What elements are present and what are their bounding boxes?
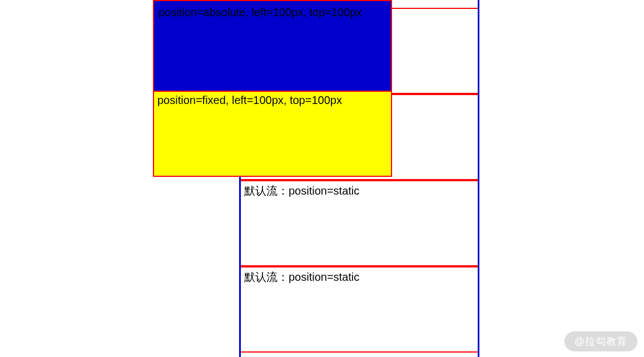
static-box-3: 默认流：position=static bbox=[241, 180, 478, 266]
absolute-box-label: position=absolute, left=100px, top=100px bbox=[158, 6, 361, 18]
static-box-4-label: 默认流：position=static bbox=[244, 271, 359, 283]
static-box-4: 默认流：position=static bbox=[241, 266, 478, 353]
fixed-box-label: position=fixed, left=100px, top=100px bbox=[157, 94, 342, 106]
watermark-text: @拉勾教育 bbox=[574, 336, 627, 347]
watermark-badge: @拉勾教育 bbox=[564, 331, 637, 351]
fixed-positioned-box: position=fixed, left=100px, top=100px bbox=[153, 91, 392, 177]
absolute-positioned-box: position=absolute, left=100px, top=100px bbox=[153, 0, 392, 92]
static-box-3-label: 默认流：position=static bbox=[244, 185, 359, 197]
